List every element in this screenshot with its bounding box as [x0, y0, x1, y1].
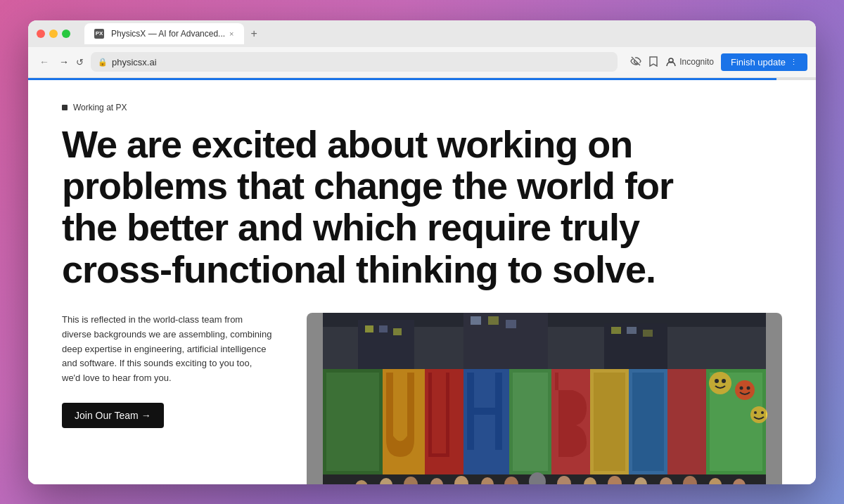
close-window-button[interactable] [37, 30, 45, 38]
refresh-button[interactable]: ↺ [76, 57, 84, 67]
maximize-window-button[interactable] [62, 30, 70, 38]
section-dot-icon [62, 105, 68, 110]
incognito-label: Incognito [679, 57, 714, 67]
bottom-section: This is reflected in the world-class tea… [62, 313, 782, 484]
finish-update-button[interactable]: Finish update ⋮ [721, 53, 807, 71]
address-bar[interactable]: 🔒 physicsx.ai [91, 52, 618, 72]
menu-dots-icon: ⋮ [790, 58, 798, 67]
active-tab[interactable]: PX PhysicsX — AI for Advanced... × [84, 23, 244, 44]
section-label: Working at PX [62, 103, 782, 112]
title-bar: PX PhysicsX — AI for Advanced... × + [28, 20, 816, 47]
hero-heading: We are excited about working on problems… [62, 124, 695, 291]
bookmark-icon[interactable] [648, 56, 658, 69]
tab-bar: PX PhysicsX — AI for Advanced... × + [84, 23, 262, 44]
tab-favicon: PX [94, 29, 104, 39]
forward-button[interactable]: → [56, 55, 72, 69]
lock-icon: 🔒 [98, 58, 108, 67]
description-text: This is reflected in the world-class tea… [62, 313, 273, 386]
back-button[interactable]: ← [37, 55, 52, 69]
team-photo [307, 313, 782, 484]
svg-rect-97 [323, 313, 766, 484]
tab-title: PhysicsX — AI for Advanced... [111, 29, 225, 39]
nav-actions: Incognito Finish update ⋮ [630, 53, 807, 71]
browser-window: PX PhysicsX — AI for Advanced... × + ← →… [28, 20, 816, 484]
nav-arrows: ← → ↺ [37, 55, 84, 69]
url-text: physicsx.ai [112, 57, 157, 67]
new-tab-button[interactable]: + [247, 27, 262, 40]
page-inner: Working at PX We are excited about worki… [28, 80, 816, 484]
incognito-badge: Incognito [665, 56, 714, 67]
join-our-team-button[interactable]: Join Our Team → [62, 403, 164, 428]
minimize-window-button[interactable] [49, 30, 58, 38]
left-content: This is reflected in the world-class tea… [62, 313, 273, 428]
traffic-lights [37, 30, 70, 38]
eye-slash-icon[interactable] [630, 56, 641, 69]
team-photo-svg [307, 313, 782, 484]
nav-bar: ← → ↺ 🔒 physicsx.ai [28, 47, 816, 78]
page-content: Working at PX We are excited about worki… [28, 80, 816, 484]
tab-close-button[interactable]: × [229, 30, 234, 38]
